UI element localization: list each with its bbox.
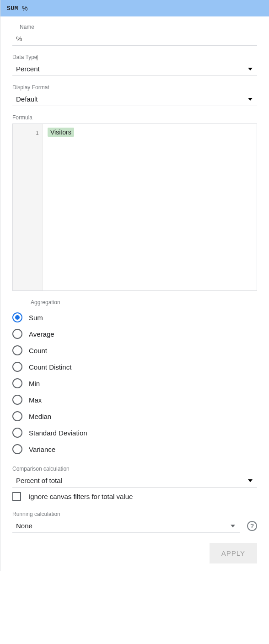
- radio-label: Median: [29, 413, 51, 420]
- radio-icon: [12, 444, 22, 454]
- apply-button[interactable]: APPLY: [210, 543, 257, 564]
- chevron-down-icon: [248, 479, 253, 482]
- line-number: 1: [35, 129, 39, 136]
- comparison-section: Comparison calculation Percent of total …: [12, 466, 257, 503]
- ignore-filters-label: Ignore canvas filters for total value: [28, 493, 133, 500]
- name-label: Name: [20, 24, 257, 30]
- running-section: Running calculation None ?: [12, 511, 257, 533]
- aggregation-option-count[interactable]: Count: [12, 342, 257, 359]
- checkbox-icon: [12, 492, 21, 501]
- aggregation-radio-group: SumAverageCountCount DistinctMinMaxMedia…: [12, 309, 257, 457]
- aggregation-option-sum[interactable]: Sum: [12, 309, 257, 326]
- comparison-dropdown[interactable]: Percent of total: [12, 475, 257, 488]
- radio-label: Variance: [29, 445, 55, 453]
- display-format-dropdown[interactable]: Default: [12, 93, 257, 106]
- aggregation-option-standard-deviation[interactable]: Standard Deviation: [12, 424, 257, 441]
- formula-gutter: 1: [13, 124, 43, 290]
- name-input[interactable]: %: [12, 33, 257, 46]
- data-type-dropdown[interactable]: Percent: [12, 63, 257, 76]
- radio-label: Count Distinct: [29, 363, 71, 371]
- radio-label: Min: [29, 380, 40, 387]
- display-format-value: Default: [14, 95, 38, 103]
- chevron-down-icon: [248, 68, 253, 70]
- aggregation-option-count-distinct[interactable]: Count Distinct: [12, 359, 257, 375]
- aggregation-option-average[interactable]: Average: [12, 326, 257, 342]
- field-header: SUM %: [0, 0, 269, 16]
- radio-icon: [12, 329, 22, 339]
- radio-icon: [12, 411, 22, 421]
- radio-label: Average: [29, 330, 54, 338]
- aggregation-label: Aggregation: [31, 299, 257, 306]
- running-label: Running calculation: [12, 511, 257, 517]
- name-value: %: [14, 35, 22, 43]
- radio-icon: [12, 362, 22, 372]
- aggregation-option-max[interactable]: Max: [12, 392, 257, 408]
- ignore-filters-checkbox[interactable]: Ignore canvas filters for total value: [12, 488, 257, 503]
- aggregation-option-variance[interactable]: Variance: [12, 441, 257, 457]
- field-name-header: %: [22, 5, 27, 12]
- radio-icon: [12, 312, 22, 322]
- radio-label: Max: [29, 396, 42, 404]
- formula-label: Formula: [12, 114, 257, 121]
- radio-icon: [12, 428, 22, 438]
- footer: APPLY: [12, 543, 257, 564]
- formula-editor[interactable]: 1 Visitors: [12, 123, 257, 291]
- display-format-label: Display Format: [12, 84, 257, 91]
- formula-field-group: Formula 1 Visitors: [12, 114, 257, 291]
- aggregation-section: Aggregation SumAverageCountCount Distinc…: [12, 299, 257, 457]
- comparison-label: Comparison calculation: [12, 466, 257, 472]
- aggregation-badge: SUM: [7, 5, 18, 12]
- running-value: None: [14, 522, 32, 530]
- data-type-field-group: Data Type Percent: [12, 54, 257, 76]
- radio-label: Sum: [29, 314, 43, 322]
- radio-icon: [12, 378, 22, 388]
- chevron-down-icon: [248, 98, 253, 101]
- formula-token[interactable]: Visitors: [48, 128, 74, 137]
- name-field-group: Name %: [12, 24, 257, 46]
- radio-label: Count: [29, 347, 47, 354]
- display-format-field-group: Display Format Default: [12, 84, 257, 106]
- aggregation-option-median[interactable]: Median: [12, 408, 257, 424]
- comparison-value: Percent of total: [14, 477, 62, 484]
- running-dropdown[interactable]: None: [12, 520, 240, 533]
- help-icon[interactable]: ?: [247, 521, 257, 531]
- radio-icon: [12, 345, 22, 355]
- data-type-value: Percent: [14, 65, 40, 73]
- data-type-label: Data Type: [12, 54, 257, 60]
- chevron-down-icon: [231, 525, 235, 527]
- radio-icon: [12, 395, 22, 405]
- formula-content: Visitors: [43, 124, 257, 290]
- radio-label: Standard Deviation: [29, 429, 87, 437]
- aggregation-option-min[interactable]: Min: [12, 375, 257, 392]
